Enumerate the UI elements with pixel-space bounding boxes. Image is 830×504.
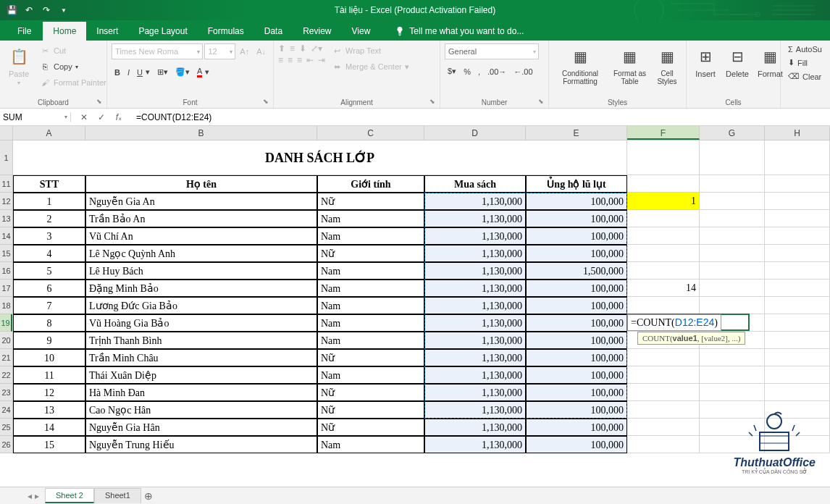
font-size-input[interactable] [205,47,227,56]
cell-gender[interactable]: Nam [317,262,424,280]
cell-f[interactable]: 14 [627,280,700,297]
format-painter-button[interactable]: 🖌Format Painter [36,75,109,90]
row-header-22[interactable]: 22 [0,366,12,384]
row-header-23[interactable]: 23 [0,384,12,401]
cell-stt[interactable]: 14 [13,419,85,436]
accounting-button[interactable]: $▾ [445,65,459,77]
cell-buy[interactable]: 1,130,000 [424,332,526,349]
cell-f[interactable] [627,227,700,245]
cell-gender[interactable]: Nữ [317,245,424,262]
cell-name[interactable]: Nguyễn Gia An [85,193,317,210]
cell-gender[interactable]: Nam [317,210,424,227]
col-header-H[interactable]: H [765,126,830,140]
align-middle-icon[interactable]: ≡ [290,43,295,54]
row-header-13[interactable]: 13 [0,210,12,227]
fill-color-button[interactable]: 🪣▾ [172,65,193,79]
font-name-input[interactable] [112,47,195,56]
cell-buy[interactable]: 1,130,000 [424,245,526,262]
title-cell[interactable]: DANH SÁCH LỚP [13,140,627,175]
cell-name[interactable]: Nguyễn Gia Hân [85,419,317,436]
wrap-text-button[interactable]: ↩Wrap Text [328,43,412,58]
row-header-26[interactable]: 26 [0,436,12,453]
border-button[interactable]: ⊞▾ [154,65,171,79]
align-top-icon[interactable]: ⬆ [278,43,285,54]
number-format-input[interactable] [445,47,531,56]
cell-stt[interactable]: 10 [13,349,85,366]
col-header-D[interactable]: D [424,126,526,140]
cell-buy[interactable]: 1,130,000 [424,227,526,245]
header-flood[interactable]: Ủng hộ lũ lụt [526,175,627,193]
qat-dropdown-icon[interactable]: ▼ [58,4,70,16]
cell-f[interactable] [627,262,700,280]
comma-button[interactable]: , [475,65,483,77]
cell-stt[interactable]: 5 [13,262,85,280]
cell-gender[interactable]: Nữ [317,384,424,401]
font-color-button[interactable]: A▾ [194,65,212,79]
name-box[interactable]: ▾ [0,112,71,122]
cell-buy[interactable]: 1,130,000 [424,314,526,332]
tab-insert[interactable]: Insert [86,22,128,41]
increase-font-button[interactable]: A↑ [237,43,252,59]
cells-area[interactable]: DANH SÁCH LỚPSTTHọ tênGiới tínhMua sáchỦ… [13,140,830,453]
cell-buy[interactable]: 1,130,000 [424,262,526,280]
row-header-20[interactable]: 20 [0,332,12,349]
increase-decimal-button[interactable]: .00→ [485,65,509,77]
cell-stt[interactable]: 7 [13,297,85,314]
cell-stt[interactable]: 8 [13,314,85,332]
cell-name[interactable]: Lê Ngọc Quỳnh Anh [85,245,317,262]
decrease-decimal-button[interactable]: ←.00 [511,65,535,77]
row-header-16[interactable]: 16 [0,262,12,280]
cell-f[interactable] [627,384,700,401]
tab-page-layout[interactable]: Page Layout [128,22,197,41]
orientation-icon[interactable]: ⤢▾ [311,43,322,54]
cell-buy[interactable]: 1,130,000 [424,193,526,210]
cell-name[interactable]: Trịnh Thanh Bình [85,332,317,349]
cell-flood[interactable]: 100,000 [526,419,627,436]
row-header-14[interactable]: 14 [0,227,12,245]
cell-f[interactable] [627,366,700,384]
cell-flood[interactable]: 100,000 [526,436,627,453]
conditional-formatting-button[interactable]: ▦Conditional Formatting [553,43,607,97]
cell-name[interactable]: Vũ Hoàng Gia Bảo [85,314,317,332]
cell-flood[interactable]: 100,000 [526,280,627,297]
cell-flood[interactable]: 100,000 [526,314,627,332]
cell-gender[interactable]: Nam [317,366,424,384]
decrease-font-button[interactable]: A↓ [253,43,269,59]
paste-button[interactable]: 📋Paste▾ [4,43,33,97]
cell-buy[interactable]: 1,130,000 [424,210,526,227]
cell-gender[interactable]: Nam [317,227,424,245]
cell-buy[interactable]: 1,130,000 [424,366,526,384]
row-header-15[interactable]: 15 [0,245,12,262]
cell-stt[interactable]: 13 [13,401,85,419]
cell-flood[interactable]: 100,000 [526,332,627,349]
cell-buy[interactable]: 1,130,000 [424,349,526,366]
cell-gender[interactable]: Nữ [317,419,424,436]
select-all-corner[interactable] [0,126,13,140]
cell-name[interactable]: Đặng Minh Bảo [85,280,317,297]
align-center-icon[interactable]: ≡ [288,55,293,65]
cell-flood[interactable]: 1,500,000 [526,262,627,280]
cell-flood[interactable]: 100,000 [526,384,627,401]
spreadsheet-grid[interactable]: ABCDEFGH 1111213141516171819202122232425… [0,126,830,453]
fx-icon[interactable]: fₓ [113,112,125,122]
redo-icon[interactable]: ↷ [41,4,52,16]
cell-f[interactable] [627,436,700,453]
cell-stt[interactable]: 4 [13,245,85,262]
cell-buy[interactable]: 1,130,000 [424,384,526,401]
alignment-launcher-icon[interactable]: ⬊ [429,98,438,106]
bold-button[interactable]: B [112,65,123,79]
enter-formula-icon[interactable]: ✓ [96,112,107,122]
undo-icon[interactable]: ↶ [23,4,35,16]
cell-styles-button[interactable]: ▦Cell Styles [653,43,682,97]
italic-button[interactable]: I [125,65,133,79]
header-stt[interactable]: STT [13,175,85,193]
cell-flood[interactable]: 100,000 [526,401,627,419]
cancel-formula-icon[interactable]: ✕ [78,112,90,122]
sheet-tab-sheet1[interactable]: Sheet1 [94,488,141,503]
cell-name[interactable]: Thái Xuân Diệp [85,366,317,384]
col-header-A[interactable]: A [13,126,85,140]
cell-gender[interactable]: Nữ [317,349,424,366]
cell-gender[interactable]: Nam [317,297,424,314]
cell-stt[interactable]: 11 [13,366,85,384]
header-name[interactable]: Họ tên [85,175,317,193]
